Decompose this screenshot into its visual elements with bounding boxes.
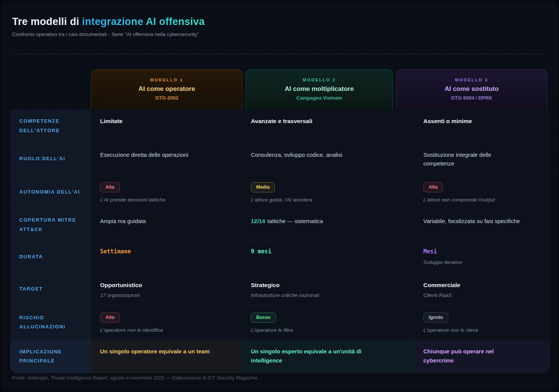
comparison-table: COMPETENZE DELL'ATTORE Limitate Avanzate… xyxy=(10,109,550,373)
table-row-implicazione: IMPLICAZIONE PRINCIPALE Un singolo opera… xyxy=(10,339,550,373)
model-subtitle: Campagna Vietnam xyxy=(246,95,393,101)
model-subtitle: GTG-2002 xyxy=(91,95,242,101)
cell-autonomia-m1: Alta L'AI prende decisioni tattiche xyxy=(91,175,241,209)
cell-mitre-m3: Variabile, focalizzata su fasi specifich… xyxy=(414,209,550,241)
table-row-rischio: RISCHIO ALLUCINAZIONI Alto L'operatore n… xyxy=(10,305,550,339)
page-title-plain: Tre modelli di xyxy=(12,16,82,27)
row-label: IMPLICAZIONE PRINCIPALE xyxy=(10,340,91,373)
cell-note: L'operatore non le rileva xyxy=(423,326,541,334)
model-tag: MODELLO 1 xyxy=(91,78,242,82)
cell-target-m2: Strategico Infrastrutture critiche nazio… xyxy=(241,273,414,305)
row-label: DURATA xyxy=(10,241,91,273)
model-tag: MODELLO 3 xyxy=(396,78,547,82)
status-badge: Alta xyxy=(423,182,443,192)
cell-mitre-m2: 12/14tattiche — sistematica xyxy=(241,209,414,241)
status-badge: Alto xyxy=(100,312,120,323)
cell-durata-m1: Settimane xyxy=(91,241,241,273)
table-row-mitre: COPERTURA MITRE ATT&CK Ampia ma guidata … xyxy=(10,209,550,241)
table-row-autonomia: AUTONOMIA DELL'AI Alta L'AI prende decis… xyxy=(10,175,550,209)
cell-durata-m3: Mesi Sviluppo iterativo xyxy=(414,241,550,273)
cell-ruolo-m2: Consulenza, sviluppo codice, analisi xyxy=(241,143,414,175)
cell-mitre-m1: Ampia ma guidata xyxy=(91,209,241,241)
table-row-target: TARGET Opportunistico 17 organizzazioni … xyxy=(10,273,550,305)
cell-implicazione-m1: Un singolo operatore equivale a un team xyxy=(91,340,241,373)
row-label: RUOLO DELL'AI xyxy=(10,143,91,175)
mitre-text: tattiche — sistematica xyxy=(268,218,323,224)
status-badge: Basso xyxy=(251,312,276,323)
page-subtitle: Confronto operativo tra i casi documenta… xyxy=(12,31,205,37)
row-label: RISCHIO ALLUCINAZIONI xyxy=(10,305,91,339)
row-label: COPERTURA MITRE ATT&CK xyxy=(10,209,91,241)
cell-target-m3: Commerciale Clienti RaaS xyxy=(414,273,550,305)
row-label: COMPETENZE DELL'ATTORE xyxy=(10,109,91,143)
page-title: Tre modelli di integrazione AI offensiva xyxy=(12,16,205,28)
table-row-competenze: COMPETENZE DELL'ATTORE Limitate Avanzate… xyxy=(10,109,550,143)
cell-ruolo-m1: Esecuzione diretta delle operazioni xyxy=(91,143,241,175)
status-badge: Alta xyxy=(100,182,120,192)
cell-note: Infrastrutture critiche nazionali xyxy=(251,292,405,299)
cell-note: L'operatore non le identifica xyxy=(100,326,232,334)
cell-competenze-m1: Limitate xyxy=(91,109,241,143)
cell-implicazione-m2: Un singolo esperto equivale a un'unità d… xyxy=(241,340,414,373)
mitre-fraction: 12/14 xyxy=(251,218,265,224)
cell-competenze-m2: Avanzate e trasversali xyxy=(241,109,414,143)
source-note: Fonte: Anthropic, Threat Intelligence Re… xyxy=(12,375,257,381)
cell-autonomia-m3: Alta L'attore non comprende l'output xyxy=(414,175,550,209)
cell-competenze-m3: Assenti o minime xyxy=(414,109,550,143)
cell-note: 17 organizzazioni xyxy=(100,292,232,299)
model-tag: MODELLO 2 xyxy=(246,78,393,82)
cell-durata-m2: 9 mesi xyxy=(241,241,414,273)
status-badge: Ignoto xyxy=(423,312,448,323)
model-title: AI come sostituto xyxy=(396,85,547,93)
model-subtitle: GTG-5004 / DPRK xyxy=(396,95,547,101)
cell-ruolo-m3: Sostituzione integrale delle competenze xyxy=(414,143,550,175)
cell-note: L'attore guida, l'AI accelera xyxy=(251,196,405,204)
status-badge: Media xyxy=(251,182,275,192)
cell-note: Sviluppo iterativo xyxy=(423,259,541,266)
table-row-ruolo: RUOLO DELL'AI Esecuzione diretta delle o… xyxy=(10,143,550,175)
page-background: Tre modelli di integrazione AI offensiva… xyxy=(1,1,558,391)
page-title-accent: integrazione AI offensiva xyxy=(82,16,205,27)
cell-note: L'operatore le filtra xyxy=(251,326,405,334)
cell-rischio-m1: Alto L'operatore non le identifica xyxy=(91,305,241,339)
cell-note: L'attore non comprende l'output xyxy=(423,196,541,204)
header-divider xyxy=(10,54,549,54)
row-label: TARGET xyxy=(10,273,91,305)
cell-implicazione-m3: Chiunque può operare nel cybercrime xyxy=(414,340,550,373)
cell-note: Clienti RaaS xyxy=(423,292,541,299)
cell-rischio-m3: Ignoto L'operatore non le rileva xyxy=(414,305,550,339)
cell-note: L'AI prende decisioni tattiche xyxy=(100,196,232,204)
table-row-durata: DURATA Settimane 9 mesi Mesi Sviluppo it… xyxy=(10,241,550,273)
cell-target-m1: Opportunistico 17 organizzazioni xyxy=(91,273,241,305)
model-title: AI come operatore xyxy=(91,85,242,93)
cell-autonomia-m2: Media L'attore guida, l'AI accelera xyxy=(241,175,414,209)
page-header: Tre modelli di integrazione AI offensiva… xyxy=(12,16,205,37)
row-label: AUTONOMIA DELL'AI xyxy=(10,175,91,209)
cell-rischio-m2: Basso L'operatore le filtra xyxy=(241,305,414,339)
model-title: AI come moltiplicatore xyxy=(246,85,393,93)
